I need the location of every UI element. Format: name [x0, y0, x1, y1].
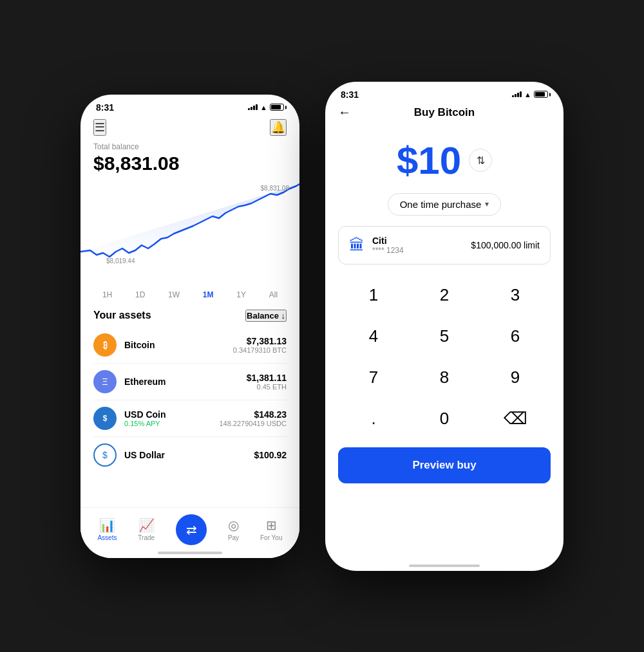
bitcoin-name: Bitcoin	[124, 340, 233, 350]
nav-exchange[interactable]: ⇄	[176, 514, 207, 545]
status-bar-left: 8:31 ▲	[80, 95, 299, 116]
usd-name: US Dollar	[124, 450, 254, 460]
usdc-usd: $148.23	[219, 409, 287, 420]
key-4[interactable]: 4	[338, 316, 409, 357]
asset-ethereum[interactable]: Ξ Ethereum $1,381.11 0.45 ETH	[93, 364, 287, 400]
menu-button[interactable]: ☰	[93, 119, 106, 136]
ethereum-info: Ethereum	[124, 377, 247, 387]
usd-info: US Dollar	[124, 450, 254, 460]
payment-name: Citi	[372, 236, 463, 246]
chart-container: $8,831.08 $8,019.44	[80, 181, 299, 284]
wifi-icon-left: ▲	[260, 104, 267, 111]
filter-all[interactable]: All	[267, 289, 280, 301]
signal-icon-left	[248, 104, 258, 110]
nav-foryou-label: For You	[260, 534, 282, 541]
time-left: 8:31	[96, 102, 114, 113]
battery-icon-right	[534, 91, 548, 98]
ethereum-crypto: 0.45 ETH	[247, 383, 287, 391]
filter-1h[interactable]: 1H	[100, 289, 115, 301]
notification-button[interactable]: 🔔	[270, 119, 287, 136]
payment-account: **** 1234	[372, 246, 463, 255]
sort-button[interactable]: Balance ↓	[245, 310, 287, 322]
usd-values: $100.92	[254, 450, 287, 460]
key-decimal[interactable]: .	[338, 398, 409, 440]
status-bar-right: 8:31 ▲	[325, 82, 564, 104]
trade-icon: 📈	[138, 517, 155, 533]
bank-icon: 🏛	[349, 236, 365, 254]
payment-info: Citi **** 1234	[372, 236, 463, 255]
nav-trade-label: Trade	[138, 534, 155, 541]
left-phone: 8:31 ▲ ☰ 🔔 Total balance $8,83	[80, 95, 299, 558]
bitcoin-usd: $7,381.13	[233, 336, 287, 346]
usdc-crypto: 148.22790419 USDC	[219, 420, 287, 427]
purchase-type-section: One time purchase ▾	[325, 193, 564, 216]
bitcoin-icon: ₿	[93, 333, 117, 357]
right-header: ← Buy Bitcoin	[325, 104, 564, 126]
asset-list: ₿ Bitcoin $7,381.13 0.34179310 BTC Ξ Eth…	[80, 327, 299, 473]
ethereum-icon: Ξ	[93, 370, 117, 393]
numpad: 1 2 3 4 5 6 7 8 9 . 0 ⌫	[338, 275, 551, 440]
bottom-nav: 📊 Assets 📈 Trade ⇄ ◎ Pay ⊞ For You	[80, 507, 299, 558]
ethereum-usd: $1,381.11	[247, 373, 287, 383]
back-button[interactable]: ←	[338, 105, 351, 120]
preview-buy-button[interactable]: Preview buy	[338, 447, 551, 483]
payment-method[interactable]: 🏛 Citi **** 1234 $100,000.00 limit	[338, 226, 551, 265]
key-6[interactable]: 6	[480, 316, 551, 357]
home-indicator-right	[409, 564, 480, 567]
ethereum-name: Ethereum	[124, 377, 247, 387]
nav-assets[interactable]: 📊 Assets	[97, 517, 117, 541]
page-title: Buy Bitcoin	[414, 106, 475, 119]
key-5[interactable]: 5	[409, 316, 480, 357]
key-3[interactable]: 3	[480, 275, 551, 316]
chevron-down-icon: ▾	[485, 200, 489, 209]
exchange-button[interactable]: ⇄	[176, 514, 207, 545]
pay-icon: ◎	[228, 517, 239, 533]
key-7[interactable]: 7	[338, 357, 409, 398]
key-backspace[interactable]: ⌫	[480, 398, 551, 440]
status-icons-left: ▲	[248, 104, 284, 111]
signal-icon-right	[512, 91, 522, 97]
nav-assets-label: Assets	[97, 534, 117, 541]
usd-icon: $	[93, 443, 117, 467]
usdc-values: $148.23 148.22790419 USDC	[219, 409, 287, 427]
left-header: ☰ 🔔	[80, 116, 299, 142]
nav-trade[interactable]: 📈 Trade	[138, 517, 155, 541]
nav-pay[interactable]: ◎ Pay	[228, 517, 239, 541]
status-icons-right: ▲	[512, 91, 548, 98]
chart-low-label: $8,019.44	[106, 257, 135, 265]
home-indicator-left	[158, 552, 222, 554]
asset-usdc[interactable]: $ USD Coin 0.15% APY $148.23 148.2279041…	[93, 400, 287, 437]
foryou-icon: ⊞	[266, 517, 277, 533]
bitcoin-values: $7,381.13 0.34179310 BTC	[233, 336, 287, 354]
ethereum-values: $1,381.11 0.45 ETH	[247, 373, 287, 391]
payment-limit: $100,000.00 limit	[471, 240, 540, 250]
chart-high-label: $8,831.08	[261, 185, 290, 192]
balance-label: Total balance	[93, 142, 287, 151]
key-1[interactable]: 1	[338, 275, 409, 316]
asset-bitcoin[interactable]: ₿ Bitcoin $7,381.13 0.34179310 BTC	[93, 327, 287, 364]
price-chart	[80, 181, 299, 284]
assets-header: Your assets Balance ↓	[80, 307, 299, 327]
buy-amount: $10	[397, 138, 461, 183]
filter-1w[interactable]: 1W	[166, 289, 182, 301]
bitcoin-info: Bitcoin	[124, 340, 233, 350]
usd-usd: $100.92	[254, 450, 287, 460]
key-2[interactable]: 2	[409, 275, 480, 316]
bitcoin-crypto: 0.34179310 BTC	[233, 346, 287, 354]
filter-1y[interactable]: 1Y	[234, 289, 249, 301]
filter-1m[interactable]: 1M	[200, 289, 216, 301]
purchase-type-dropdown[interactable]: One time purchase ▾	[388, 193, 502, 216]
convert-button[interactable]: ⇅	[469, 149, 492, 172]
usdc-icon: $	[93, 407, 117, 430]
key-0[interactable]: 0	[409, 398, 480, 440]
key-9[interactable]: 9	[480, 357, 551, 398]
nav-foryou[interactable]: ⊞ For You	[260, 517, 282, 541]
assets-icon: 📊	[99, 517, 115, 533]
key-8[interactable]: 8	[409, 357, 480, 398]
battery-icon-left	[270, 104, 284, 111]
filter-1d[interactable]: 1D	[133, 289, 147, 301]
asset-usd[interactable]: $ US Dollar $100.92	[93, 437, 287, 473]
assets-title: Your assets	[93, 310, 151, 321]
nav-pay-label: Pay	[228, 534, 239, 541]
usdc-info: USD Coin 0.15% APY	[124, 409, 219, 427]
